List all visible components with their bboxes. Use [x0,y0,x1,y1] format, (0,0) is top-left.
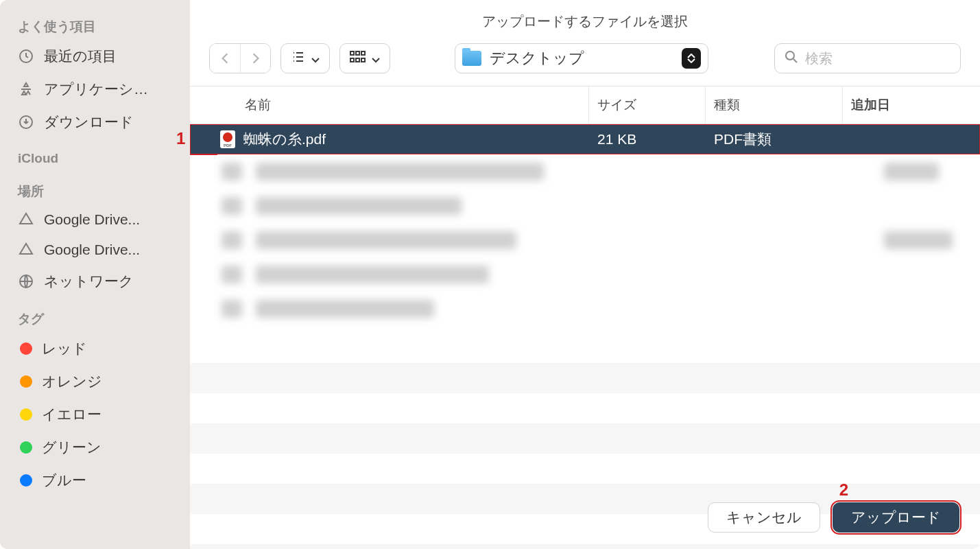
drive-icon [18,242,34,258]
column-kind[interactable]: 種類 [706,86,843,124]
sidebar-section-icloud: iCloud [0,139,190,170]
column-name[interactable]: 名前 [217,86,589,124]
toolbar: デスクトップ [190,36,980,86]
sidebar-section-locations: 場所 [0,170,190,205]
sidebar-tag-red[interactable]: レッド [0,332,190,365]
column-size[interactable]: サイズ [589,86,706,124]
clock-icon [18,48,34,65]
sidebar-item-label: Google Drive... [44,211,140,228]
footer: キャンセル アップロード [708,502,959,533]
column-headers: 名前 サイズ 種類 追加日 [190,86,980,124]
tag-dot-icon [20,408,32,421]
sidebar-item-recents[interactable]: 最近の項目 [0,40,190,73]
annotation-2: 2 [839,480,848,500]
svg-rect-5 [361,51,365,55]
tag-dot-icon [20,342,32,355]
sidebar-item-label: ネットワーク [44,272,134,291]
sidebar-tag-yellow[interactable]: イエロー [0,398,190,431]
sidebar-item-label: ダウンロード [44,113,134,132]
upload-button[interactable]: アップロード [833,502,959,533]
forward-button[interactable] [240,44,270,73]
sidebar-item-downloads[interactable]: ダウンロード [0,106,190,139]
back-button[interactable] [210,44,240,73]
sidebar-item-gdrive-2[interactable]: Google Drive... [0,235,190,265]
svg-point-9 [786,51,794,60]
sidebar-item-label: レッド [42,339,87,358]
main-panel: アップロードするファイルを選択 [190,0,980,549]
tag-dot-icon [20,474,32,487]
sidebar-item-label: 最近の項目 [44,47,117,66]
tag-dot-icon [20,441,32,454]
chevron-down-icon [311,51,320,67]
svg-rect-7 [356,58,359,62]
column-date[interactable]: 追加日 [843,86,980,124]
folder-icon [462,51,481,66]
sidebar-item-label: グリーン [42,438,101,457]
sidebar-item-label: オレンジ [42,372,102,391]
sidebar-tag-blue[interactable]: ブルー [0,464,190,497]
svg-rect-6 [350,58,354,62]
sidebar-section-tags: タグ [0,298,190,332]
location-label: デスクトップ [490,48,673,69]
search-input[interactable] [805,51,951,67]
sidebar-tag-orange[interactable]: オレンジ [0,365,190,398]
svg-rect-8 [361,58,365,62]
globe-icon [18,273,34,290]
blurred-rows [190,154,980,333]
file-kind: PDF書類 [706,130,843,149]
dialog-title: アップロードするファイルを選択 [190,0,980,36]
list-icon [291,51,306,67]
nav-group [209,43,271,73]
download-icon [18,114,34,130]
sidebar-item-label: Google Drive... [44,242,140,258]
pdf-file-icon: PDF [220,130,235,148]
location-select[interactable]: デスクトップ [455,43,708,73]
sidebar-item-label: イエロー [42,405,101,424]
view-list-button[interactable] [280,43,330,73]
sidebar-item-gdrive-1[interactable]: Google Drive... [0,205,190,235]
sidebar-item-applications[interactable]: アプリケーシ… [0,73,190,106]
sidebar-tag-green[interactable]: グリーン [0,431,190,464]
svg-rect-4 [356,51,359,55]
file-list: PDF 蜘蛛の糸.pdf 21 KB PDF書類 [190,124,980,549]
file-size: 21 KB [589,131,706,148]
grid-icon [350,51,366,67]
drive-icon [18,211,34,228]
sidebar-item-network[interactable]: ネットワーク [0,265,190,298]
sidebar-item-label: アプリケーシ… [44,80,148,99]
chevron-down-icon [372,51,380,67]
annotation-1: 1 [176,129,185,148]
file-row[interactable]: PDF 蜘蛛の糸.pdf 21 KB PDF書類 [190,124,980,154]
search-icon [785,50,798,67]
sidebar-section-favorites: よく使う項目 [0,11,190,40]
sidebar: よく使う項目 最近の項目 アプリケーシ… ダウンロード iCloud 場所 [0,0,190,549]
sidebar-item-label: ブルー [42,471,86,490]
cancel-button[interactable]: キャンセル [708,502,820,533]
file-name: 蜘蛛の糸.pdf [243,130,326,149]
apps-icon [18,81,34,97]
search-box[interactable] [774,43,961,73]
tag-dot-icon [20,375,32,388]
location-stepper-icon [682,48,701,69]
svg-rect-3 [350,51,354,55]
group-button[interactable] [339,43,390,73]
